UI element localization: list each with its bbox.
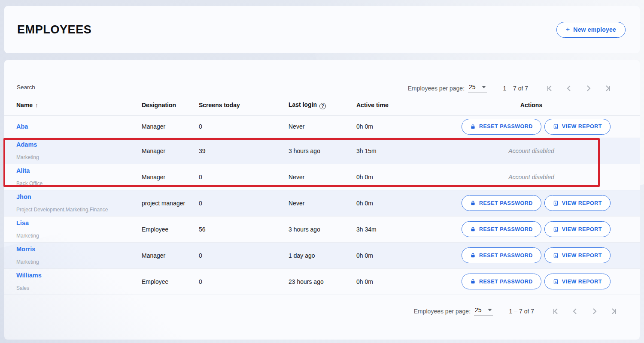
sort-ascending-icon: ↑: [35, 102, 38, 108]
search-input[interactable]: Search: [11, 83, 208, 95]
next-page-button[interactable]: [589, 305, 601, 317]
column-header-screens-today: Screens today: [199, 95, 289, 115]
last-login-cell: 23 hours ago: [289, 268, 356, 295]
last-login-cell: Never: [289, 115, 356, 138]
reset-password-button[interactable]: RESET PASSWORD: [462, 195, 541, 211]
active-time-cell: 0h 0m: [356, 115, 462, 138]
employee-name-link[interactable]: Aba: [16, 123, 28, 130]
prev-page-icon: [571, 307, 579, 316]
page-title: EMPLOYEES: [17, 23, 91, 36]
department-label: Project Development,Marketing,Finance: [16, 207, 142, 213]
first-page-button[interactable]: [549, 305, 561, 317]
search-placeholder: Search: [17, 84, 35, 90]
active-time-cell: 0h 0m: [356, 242, 462, 268]
pagination-bottom: Employees per page: 25 1 – 7 of 7: [4, 295, 640, 317]
designation-cell: Manager: [142, 138, 199, 164]
designation-cell: project manager: [142, 190, 199, 216]
employee-name-link[interactable]: Alita: [16, 167, 30, 174]
last-login-cell: Never: [289, 164, 356, 190]
column-header-active-time: Active time: [356, 95, 462, 115]
screens-today-cell: 0: [199, 115, 289, 138]
report-icon: [553, 123, 559, 129]
report-icon: [553, 200, 559, 206]
per-page-select[interactable]: 25: [474, 307, 493, 316]
view-report-button[interactable]: VIEW REPORT: [544, 274, 611, 289]
last-login-cell: Never: [289, 190, 356, 216]
next-page-button[interactable]: [583, 82, 595, 94]
last-page-button[interactable]: [602, 82, 614, 94]
lock-icon: [470, 124, 476, 129]
table-row: Williams Sales Employee 0 23 hours ago 0…: [4, 268, 640, 295]
reset-password-button[interactable]: RESET PASSWORD: [462, 274, 541, 289]
view-report-button[interactable]: VIEW REPORT: [544, 221, 611, 237]
department-label: Marketing: [16, 154, 142, 160]
department-label: Sales: [16, 285, 142, 291]
view-report-button[interactable]: VIEW REPORT: [544, 247, 611, 263]
reset-password-button[interactable]: RESET PASSWORD: [462, 221, 541, 237]
per-page-label: Employees per page:: [408, 85, 465, 92]
prev-page-icon: [565, 84, 573, 93]
employees-table: Name↑ Designation Screens today Last log…: [4, 95, 640, 295]
department-label: Marketing: [16, 259, 142, 265]
first-page-icon: [545, 84, 553, 93]
last-page-icon: [610, 307, 619, 316]
screens-today-cell: 39: [199, 138, 289, 164]
account-disabled-label: Account disabled: [508, 174, 554, 181]
designation-cell: Employee: [142, 268, 199, 295]
department-label: Marketing: [16, 233, 142, 239]
prev-page-button[interactable]: [563, 82, 575, 94]
first-page-icon: [551, 307, 559, 316]
lock-icon: [470, 279, 476, 284]
screens-today-cell: 0: [199, 242, 289, 268]
per-page-value: 25: [469, 84, 476, 90]
new-employee-button[interactable]: + New employee: [556, 22, 626, 38]
designation-cell: Manager: [142, 242, 199, 268]
last-login-cell: 3 hours ago: [289, 138, 356, 164]
table-row: Lisa Marketing Employee 56 3 hours ago 3…: [4, 216, 640, 242]
lock-icon: [470, 253, 476, 258]
first-page-button[interactable]: [543, 82, 555, 94]
lock-icon: [470, 226, 476, 232]
pagination-range: 1 – 7 of 7: [509, 308, 534, 315]
page-header: EMPLOYEES + New employee: [4, 6, 640, 53]
active-time-cell: 0h 0m: [356, 190, 462, 216]
column-header-name[interactable]: Name↑: [4, 95, 142, 115]
employee-name-link[interactable]: Lisa: [16, 220, 29, 226]
designation-cell: Manager: [142, 115, 199, 138]
last-page-icon: [604, 84, 613, 93]
designation-cell: Employee: [142, 216, 199, 242]
table-header-row: Name↑ Designation Screens today Last log…: [4, 95, 640, 115]
column-header-actions: Actions: [462, 95, 640, 115]
pagination-top: Employees per page: 25 1 – 7 of 7: [408, 82, 618, 94]
per-page-select[interactable]: 25: [468, 84, 487, 93]
last-page-button[interactable]: [608, 305, 620, 317]
employee-name-link[interactable]: Jhon: [16, 193, 31, 200]
screens-today-cell: 0: [199, 164, 289, 190]
screens-today-cell: 0: [199, 268, 289, 295]
reset-password-button[interactable]: RESET PASSWORD: [462, 247, 541, 263]
screens-today-cell: 0: [199, 190, 289, 216]
view-report-button[interactable]: VIEW REPORT: [544, 119, 611, 135]
table-row: Adams Marketing Manager 39 3 hours ago 3…: [4, 138, 640, 164]
active-time-cell: 0h 0m: [356, 268, 462, 295]
per-page-label: Employees per page:: [414, 308, 471, 315]
employee-name-link[interactable]: Morris: [16, 246, 35, 253]
reset-password-button[interactable]: RESET PASSWORD: [462, 119, 541, 135]
report-icon: [553, 253, 559, 259]
dropdown-caret-icon: [482, 86, 486, 88]
pagination-range: 1 – 7 of 7: [503, 85, 528, 92]
active-time-cell: 0h 0m: [356, 164, 462, 190]
report-icon: [553, 226, 559, 232]
employee-name-link[interactable]: Williams: [16, 272, 42, 279]
view-report-button[interactable]: VIEW REPORT: [544, 195, 611, 211]
table-row: Aba Manager 0 Never 0h 0m RESET PASSWORD…: [4, 115, 640, 138]
report-icon: [553, 279, 559, 285]
help-icon[interactable]: ?: [319, 103, 326, 109]
account-disabled-label: Account disabled: [508, 147, 554, 154]
designation-cell: Manager: [142, 164, 199, 190]
column-header-last-login: Last login?: [289, 95, 356, 115]
active-time-cell: 3h 34m: [356, 216, 462, 242]
prev-page-button[interactable]: [569, 305, 581, 317]
employee-name-link[interactable]: Adams: [16, 141, 37, 148]
table-row: Alita Back Office Manager 0 Never 0h 0m …: [4, 164, 640, 190]
